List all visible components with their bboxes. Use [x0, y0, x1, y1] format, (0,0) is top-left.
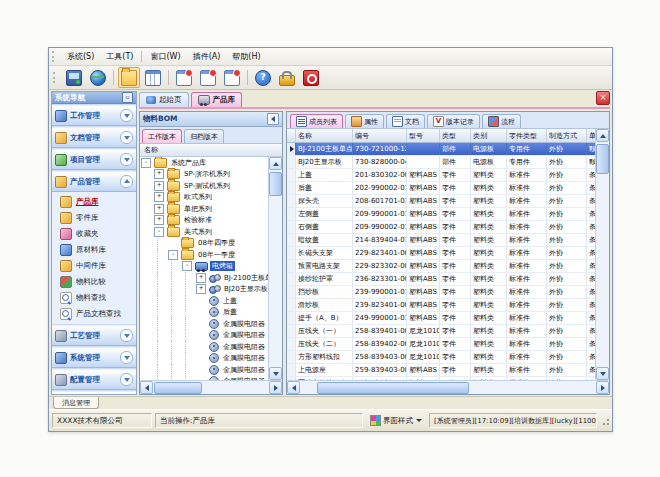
globe-button[interactable] — [87, 67, 109, 88]
sidebar-group-工艺管理[interactable]: 工艺管理 — [52, 325, 136, 346]
tree-node-欧式系列[interactable]: +欧式系列 — [140, 192, 268, 204]
collapse-panel-button[interactable] — [267, 113, 279, 125]
table-row[interactable]: 压线夹（二）258-839402-00I尼龙1010零件塑料类标准件外协条 — [287, 338, 595, 351]
collapse-icon[interactable]: - — [141, 158, 151, 168]
table-row[interactable]: 预置电路支架229-823302-00I塑料ABS零件塑料类标准件外协条 — [287, 260, 595, 273]
scroll-thumb[interactable] — [317, 382, 469, 394]
column-header-类别[interactable]: 类别 — [471, 129, 507, 142]
scroll-thumb[interactable] — [596, 144, 609, 174]
table-row[interactable]: 右侧盖209-990002-01I塑料ABS零件塑料类标准件外协条 — [287, 221, 595, 234]
tree-node-label[interactable]: 系统产品库 — [169, 158, 208, 168]
window-refresh-button[interactable] — [197, 67, 219, 88]
tree-node-系统产品库[interactable]: -系统产品库 — [140, 157, 268, 169]
scroll-left-button[interactable] — [287, 381, 300, 394]
window-delete-button[interactable] — [221, 67, 243, 88]
tab-流程[interactable]: 流程 — [482, 114, 521, 128]
column-header-名称[interactable]: 名称 — [296, 129, 353, 142]
tree-node-label[interactable]: 电烤箱 — [210, 261, 235, 271]
table-row[interactable]: 左侧盖209-990001-01I塑料ABS零件塑料类标准件外协条 — [287, 208, 595, 221]
expand-icon[interactable]: + — [154, 181, 164, 191]
sidebar-item-产品文档查找[interactable]: 产品文档查找 — [52, 306, 136, 322]
tree-node-label[interactable]: SP-测试机系列 — [182, 181, 232, 191]
table-row[interactable]: 方形塑料线扣258-839403-00I尼龙1010零件塑料类标准件外协条 — [287, 351, 595, 364]
tree-node-金属膜电阻器[interactable]: 金属膜电阻器 — [140, 318, 268, 330]
sidebar-item-零件库[interactable]: 零件库 — [52, 210, 136, 226]
folder-button[interactable] — [118, 67, 140, 88]
table-vertical-scrollbar[interactable] — [595, 129, 609, 380]
tab-起始页[interactable]: 起始页 — [139, 92, 189, 107]
collapse-icon[interactable]: - — [154, 227, 164, 237]
message-tab[interactable]: 消息管理 — [53, 397, 99, 409]
column-header-零件类型[interactable]: 零件类型 — [507, 129, 547, 142]
tree-node-BJ-2100主板单点[interactable]: +BJ-2100主板单点 — [140, 272, 268, 284]
sidebar-group-产品管理[interactable]: 产品管理 — [52, 171, 136, 192]
tree-node-上盖[interactable]: 上盖 — [140, 295, 268, 307]
tree-node-label[interactable]: 美式系列 — [182, 227, 214, 237]
grid-view-button[interactable] — [142, 67, 164, 88]
tree-node-label[interactable]: BJ-2100主板单点 — [222, 273, 268, 283]
column-header-制造方式[interactable]: 制造方式 — [547, 129, 587, 142]
table-row[interactable]: 探头壳208-601701-01I塑料ABS零件塑料类标准件外协条 — [287, 195, 595, 208]
tree-node-08年四季度[interactable]: 08年四季度 — [140, 238, 268, 250]
table-row[interactable]: 长磁头支架229-823401-00I塑料ABS零件塑料类标准件外协条 — [287, 247, 595, 260]
collapse-icon[interactable]: - — [168, 250, 178, 260]
toolbar-grip[interactable] — [53, 72, 59, 83]
tree-node-金属膜电阻器[interactable]: 金属膜电阻器 — [140, 330, 268, 342]
exit-button[interactable] — [300, 67, 322, 88]
column-header-类型[interactable]: 类型 — [440, 129, 471, 142]
tree-node-label[interactable]: 金属膜电阻器 — [221, 330, 267, 340]
sidebar-group-系统管理[interactable]: 系统管理 — [52, 347, 136, 368]
tab-属性[interactable]: 属性 — [345, 114, 384, 128]
table-row[interactable]: 接纱轮护罩236-823301-00I塑料ABS零件塑料类标准件外协条 — [287, 273, 595, 286]
sidebar-item-物料查找[interactable]: 物料查找 — [52, 290, 136, 306]
tree-node-08年一季度[interactable]: -08年一季度 — [140, 249, 268, 261]
tree-node-label[interactable]: BJ20主显示板 — [222, 284, 268, 294]
tab-产品库[interactable]: 产品库 — [191, 92, 243, 107]
tree-node-label[interactable]: 后盖 — [221, 307, 239, 317]
tree-node-后盖[interactable]: 后盖 — [140, 307, 268, 319]
tree-node-label[interactable]: 单把系列 — [182, 204, 214, 214]
menu-system[interactable]: 系统(S) — [61, 49, 100, 64]
scroll-thumb[interactable] — [154, 382, 202, 394]
column-header-编号[interactable]: 编号 — [353, 129, 407, 142]
column-header-型号[interactable]: 型号 — [407, 129, 440, 142]
sidebar-group-SP扩展功能[interactable]: SPSP扩展功能 — [52, 391, 136, 395]
sidebar-item-原材料库[interactable]: 原材料库 — [52, 242, 136, 258]
expand-icon[interactable]: + — [154, 192, 164, 202]
scroll-up-button[interactable] — [596, 129, 609, 142]
tree-node-label[interactable]: 金属膜电阻器 — [221, 319, 267, 329]
menu-help[interactable]: 帮助(H) — [226, 49, 266, 64]
tree-node-label[interactable]: 金属膜电阻器 — [221, 365, 267, 375]
expand-icon[interactable]: + — [154, 169, 164, 179]
menu-tools[interactable]: 工具(T) — [100, 49, 139, 64]
table-row[interactable]: 暗纹盖214-839404-01I塑料ABS零件塑料类标准件外协条 — [287, 234, 595, 247]
tree-node-label[interactable]: 金属膜电阻器 — [221, 353, 267, 363]
tab-成员列表[interactable]: 成员列表 — [290, 114, 343, 128]
tree-node-金属膜电阻器[interactable]: 金属膜电阻器 — [140, 364, 268, 376]
sidebar-group-配置管理[interactable]: 配置管理 — [52, 369, 136, 390]
resize-grip[interactable] — [600, 416, 609, 425]
tree-node-金属膜电阻器[interactable]: 金属膜电阻器 — [140, 341, 268, 353]
expand-icon[interactable]: + — [196, 284, 206, 294]
table-row[interactable]: BJ20主显示板730-828000-04I部件电源板专用件外协颗 — [287, 156, 595, 169]
table-row[interactable]: 提手（A、B）249-990001-01I塑料ABS零件塑料类标准件外协条 — [287, 312, 595, 325]
scroll-right-button[interactable] — [596, 381, 609, 394]
tree-node-SP-演示机系列[interactable]: +SP-演示机系列 — [140, 169, 268, 181]
scroll-down-button[interactable] — [269, 367, 282, 380]
tree-node-label[interactable]: 上盖 — [221, 296, 239, 306]
collapse-icon[interactable]: - — [182, 261, 192, 271]
table-row[interactable]: 上盖201-830302-00I塑料ABS零件塑料类标准件外协条 — [287, 169, 595, 182]
tree-node-电烤箱[interactable]: -电烤箱 — [140, 261, 268, 273]
ui-style-button[interactable]: 界面样式 — [366, 413, 426, 428]
table-row[interactable]: 滑纱板239-823401-00I塑料ABS零件塑料类标准件外协条 — [287, 299, 595, 312]
table-row[interactable]: 压线夹（一）258-839401-00I尼龙1010零件塑料类标准件外协条 — [287, 325, 595, 338]
sidebar-group-工作管理[interactable]: 工作管理 — [52, 105, 136, 126]
tree-node-单把系列[interactable]: +单把系列 — [140, 203, 268, 215]
chevron-down-icon[interactable] — [120, 329, 133, 342]
tree-column-header[interactable]: 名称 — [140, 144, 282, 157]
tab-版本记录[interactable]: V版本记录 — [427, 114, 480, 128]
tab-归档版本[interactable]: 归档版本 — [184, 129, 224, 143]
lock-button[interactable] — [276, 67, 298, 88]
tree-node-label[interactable]: 08年一季度 — [196, 250, 237, 260]
chevron-down-icon[interactable] — [120, 109, 133, 122]
